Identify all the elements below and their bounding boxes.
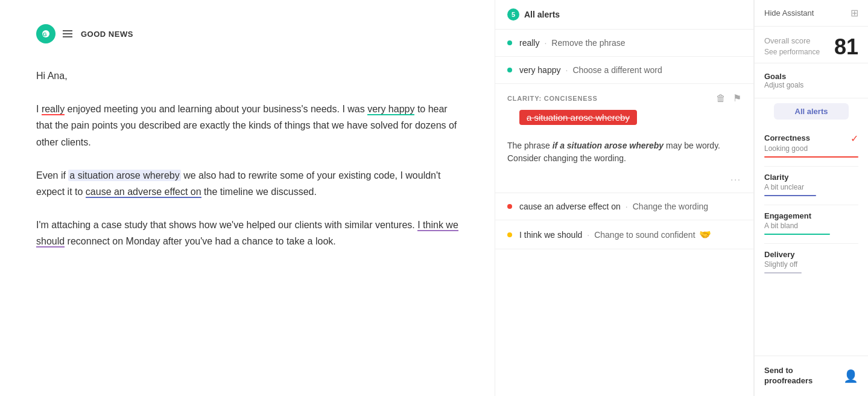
category-name-engagement: Engagement bbox=[764, 211, 858, 220]
alert-dot-very-happy bbox=[507, 68, 512, 72]
all-alerts-button[interactable]: All alerts bbox=[774, 103, 849, 120]
alert-expanded-header: CLARITY: CONCISENESS 🗑 ⚑ bbox=[495, 84, 753, 110]
category-engagement[interactable]: Engagement A bit bland bbox=[764, 205, 858, 244]
adjust-goals-link[interactable]: Adjust goals bbox=[764, 81, 858, 89]
paragraph-2: Even if a situation arose whereby we als… bbox=[36, 167, 458, 200]
alert-phrase-really: really bbox=[519, 38, 539, 48]
alert-sep-really: · bbox=[544, 38, 546, 48]
score-value: 81 bbox=[834, 36, 858, 58]
sidebar-view-toggle[interactable]: ⊞ bbox=[851, 7, 858, 19]
alert-sep-think: · bbox=[587, 230, 589, 240]
alert-item-really[interactable]: really · Remove the phrase bbox=[495, 30, 753, 57]
alerts-title: All alerts bbox=[524, 10, 560, 19]
category-delivery[interactable]: Delivery Slightly off bbox=[764, 244, 858, 282]
alert-phrase-think: I think we should bbox=[519, 230, 582, 240]
alert-sep-adverse: · bbox=[626, 202, 628, 211]
send-to-proofreaders-label: Send toproofreaders bbox=[764, 366, 813, 386]
alert-suggestion-think: Change to sound confident bbox=[594, 230, 695, 240]
clarity-bar bbox=[764, 195, 816, 196]
alert-suggestion-adverse: Change the wording bbox=[633, 202, 708, 211]
correctness-bar bbox=[764, 156, 858, 158]
goals-title: Goals bbox=[764, 72, 858, 81]
proofreader-icon[interactable]: 👤 bbox=[843, 369, 858, 383]
all-alerts-button-container: All alerts bbox=[764, 103, 858, 122]
alert-phrase-very-happy: very happy bbox=[519, 65, 560, 75]
category-clarity[interactable]: Clarity A bit unclear bbox=[764, 167, 858, 205]
alert-dot-think bbox=[507, 232, 512, 237]
category-name-delivery: Delivery bbox=[764, 250, 858, 259]
alert-expanded-footer: ··· bbox=[495, 174, 753, 193]
trash-icon[interactable]: 🗑 bbox=[716, 93, 726, 104]
category-status-delivery: Slightly off bbox=[764, 260, 858, 269]
alert-suggestion-very-happy: Choose a different word bbox=[572, 65, 662, 75]
alert-explanation: The phrase if a situation arose whereby … bbox=[495, 139, 753, 174]
see-performance-link[interactable]: See performance bbox=[764, 48, 820, 56]
flag-icon[interactable]: ⚑ bbox=[733, 92, 741, 104]
paragraph-3: I'm attaching a case study that shows ho… bbox=[36, 217, 458, 249]
delivery-bar bbox=[764, 272, 802, 273]
category-status-correctness: Looking good bbox=[764, 144, 858, 153]
clarity-label: CLARITY: CONCISENESS bbox=[507, 95, 598, 102]
sidebar-categories: Correctness ✓ Looking good Clarity A bit… bbox=[755, 127, 868, 282]
editor-area: G GOOD NEWS Hi Ana, I really enjoyed mee… bbox=[0, 0, 495, 396]
category-name-correctness: Correctness bbox=[764, 133, 810, 142]
score-info: Overall score See performance bbox=[764, 36, 820, 56]
more-options-icon[interactable]: ··· bbox=[730, 174, 741, 184]
explanation-phrase: if a situation arose whereby bbox=[553, 141, 664, 150]
score-label: Overall score bbox=[764, 36, 820, 45]
score-section: Overall score See performance 81 bbox=[755, 27, 868, 63]
paragraph-1: I really enjoyed meeting you and learnin… bbox=[36, 101, 458, 150]
alert-phrase-container: a situation arose whereby bbox=[495, 110, 753, 139]
engagement-bar bbox=[764, 234, 830, 235]
document-title: GOOD NEWS bbox=[81, 30, 133, 39]
category-correctness[interactable]: Correctness ✓ Looking good bbox=[764, 127, 858, 167]
sidebar-bottom: Send toproofreaders 👤 bbox=[755, 356, 868, 396]
alert-phrase-adverse: cause an adverse effect on bbox=[519, 202, 621, 211]
alert-expanded-actions: 🗑 ⚑ bbox=[716, 92, 741, 104]
explanation-prefix: The phrase bbox=[507, 141, 553, 150]
top-bar: G GOOD NEWS bbox=[36, 24, 458, 43]
alerts-panel: 5 All alerts really · Remove the phrase … bbox=[495, 0, 754, 396]
alert-item-think[interactable]: I think we should · Change to sound conf… bbox=[495, 220, 753, 249]
alert-highlighted-phrase: a situation arose whereby bbox=[519, 110, 637, 125]
alerts-header: 5 All alerts bbox=[495, 0, 753, 30]
category-name-clarity: Clarity bbox=[764, 173, 858, 182]
alert-sep-very-happy: · bbox=[565, 65, 568, 75]
handshake-emoji: 🤝 bbox=[699, 229, 711, 240]
goals-section: Goals Adjust goals bbox=[755, 63, 868, 98]
alert-item-adverse[interactable]: cause an adverse effect on · Change the … bbox=[495, 193, 753, 220]
alert-count-badge: 5 bbox=[507, 8, 519, 21]
alert-really[interactable]: really bbox=[42, 104, 65, 115]
alert-dot-adverse bbox=[507, 204, 512, 209]
view-icon: ⊞ bbox=[851, 7, 858, 19]
hide-assistant-button[interactable]: Hide Assistant bbox=[764, 8, 814, 18]
category-status-clarity: A bit unclear bbox=[764, 183, 858, 191]
svg-text:G: G bbox=[43, 31, 47, 37]
alert-situation[interactable]: a situation arose whereby bbox=[68, 170, 180, 181]
editor-content[interactable]: Hi Ana, I really enjoyed meeting you and… bbox=[36, 68, 458, 250]
alert-expanded-situation: CLARITY: CONCISENESS 🗑 ⚑ a situation aro… bbox=[495, 84, 753, 193]
sidebar-top: Hide Assistant ⊞ bbox=[755, 0, 868, 27]
correctness-check-icon: ✓ bbox=[851, 133, 858, 144]
alert-think[interactable]: I think we should bbox=[36, 220, 458, 248]
alert-suggestion-really: Remove the phrase bbox=[551, 38, 625, 48]
paragraph-greeting: Hi Ana, bbox=[36, 68, 458, 84]
category-status-engagement: A bit bland bbox=[764, 222, 858, 230]
alert-adverse[interactable]: cause an adverse effect on bbox=[86, 187, 201, 198]
alert-very-happy[interactable]: very happy bbox=[367, 104, 414, 115]
alert-item-very-happy[interactable]: very happy · Choose a different word bbox=[495, 57, 753, 84]
right-sidebar: Hide Assistant ⊞ Overall score See perfo… bbox=[754, 0, 868, 396]
alert-dot-really bbox=[507, 40, 512, 45]
grammarly-logo: G bbox=[36, 24, 55, 43]
hamburger-icon[interactable] bbox=[60, 28, 75, 40]
